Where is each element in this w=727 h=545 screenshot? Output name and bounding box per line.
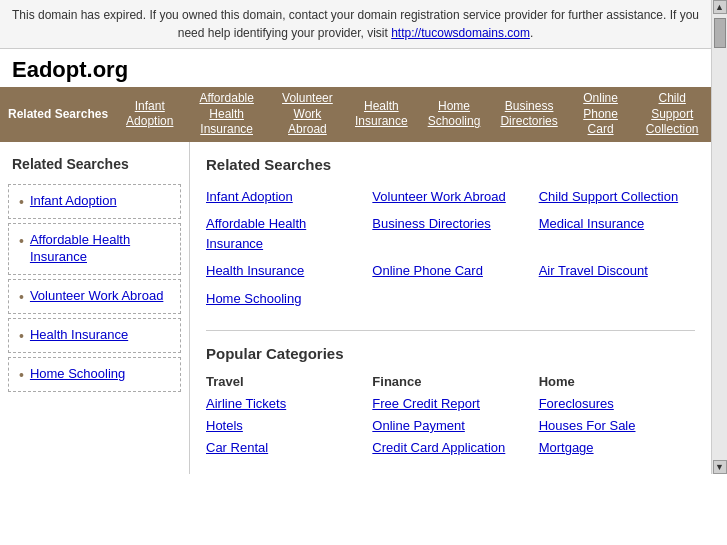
popular-link[interactable]: Foreclosures bbox=[539, 393, 695, 415]
list-item: Infant Adoption bbox=[206, 185, 362, 209]
nav-link[interactable]: Business Directories bbox=[490, 95, 567, 134]
related-search-link[interactable]: Child Support Collection bbox=[539, 185, 695, 209]
popular-categories-title: Popular Categories bbox=[206, 345, 695, 362]
list-item: Medical Insurance bbox=[539, 212, 695, 255]
list-item: Air Travel Discount bbox=[539, 259, 695, 283]
popular-col-title: Home bbox=[539, 374, 695, 389]
sidebar-link[interactable]: Health Insurance bbox=[30, 327, 128, 344]
nav-link[interactable]: Online Phone Card bbox=[568, 87, 634, 142]
notice-link[interactable]: http://tucowsdomains.com bbox=[391, 26, 530, 40]
sidebar-items: •Infant Adoption•Affordable Health Insur… bbox=[0, 184, 189, 392]
sidebar-link[interactable]: Affordable Health Insurance bbox=[30, 232, 170, 266]
related-searches-title: Related Searches bbox=[206, 156, 695, 173]
section-divider bbox=[206, 330, 695, 331]
nav-link[interactable]: Affordable Health Insurance bbox=[183, 87, 269, 142]
main-content: Related Searches •Infant Adoption•Afford… bbox=[0, 142, 711, 474]
popular-col-title: Finance bbox=[372, 374, 528, 389]
popular-link[interactable]: Free Credit Report bbox=[372, 393, 528, 415]
sidebar: Related Searches •Infant Adoption•Afford… bbox=[0, 142, 190, 474]
popular-category-column: FinanceFree Credit ReportOnline PaymentC… bbox=[372, 374, 528, 459]
popular-link[interactable]: Car Rental bbox=[206, 437, 362, 459]
list-item: Affordable Health Insurance bbox=[206, 212, 362, 255]
sidebar-link[interactable]: Infant Adoption bbox=[30, 193, 117, 210]
nav-link[interactable]: Infant Adoption bbox=[116, 95, 183, 134]
nav-link[interactable]: Volunteer Work Abroad bbox=[270, 87, 345, 142]
list-item: Health Insurance bbox=[206, 259, 362, 283]
list-item: •Health Insurance bbox=[8, 318, 181, 353]
right-content: Related Searches Infant AdoptionVoluntee… bbox=[190, 142, 711, 474]
sidebar-link[interactable]: Volunteer Work Abroad bbox=[30, 288, 163, 305]
bullet-icon: • bbox=[19, 367, 24, 383]
list-item: •Affordable Health Insurance bbox=[8, 223, 181, 275]
list-item: Volunteer Work Abroad bbox=[372, 185, 528, 209]
notice-bar: This domain has expired. If you owned th… bbox=[0, 0, 711, 49]
list-item: Business Directories bbox=[372, 212, 528, 255]
popular-link[interactable]: Hotels bbox=[206, 415, 362, 437]
popular-link[interactable]: Online Payment bbox=[372, 415, 528, 437]
related-search-link[interactable]: Air Travel Discount bbox=[539, 259, 695, 283]
bullet-icon: • bbox=[19, 194, 24, 210]
nav-link[interactable]: Child Support Collection bbox=[633, 87, 711, 142]
domain-title: Eadopt.org bbox=[0, 49, 711, 87]
scroll-down-button[interactable]: ▼ bbox=[713, 460, 727, 474]
bullet-icon: • bbox=[19, 328, 24, 344]
related-searches-grid: Infant AdoptionVolunteer Work AbroadChil… bbox=[206, 185, 695, 311]
sidebar-title: Related Searches bbox=[0, 152, 189, 180]
popular-category-column: HomeForeclosuresHouses For SaleMortgage bbox=[539, 374, 695, 459]
list-item: •Home Schooling bbox=[8, 357, 181, 392]
scrollbar[interactable]: ▲ ▼ bbox=[711, 0, 727, 474]
related-search-link[interactable]: Infant Adoption bbox=[206, 185, 362, 209]
list-item: Home Schooling bbox=[206, 287, 362, 311]
list-item bbox=[372, 287, 528, 311]
list-item bbox=[539, 287, 695, 311]
related-search-link[interactable]: Affordable Health Insurance bbox=[206, 212, 362, 255]
related-search-link[interactable]: Volunteer Work Abroad bbox=[372, 185, 528, 209]
nav-bar: Related Searches Infant AdoptionAffordab… bbox=[0, 87, 711, 142]
popular-link[interactable]: Mortgage bbox=[539, 437, 695, 459]
popular-link[interactable]: Credit Card Application bbox=[372, 437, 528, 459]
bullet-icon: • bbox=[19, 289, 24, 305]
list-item: •Infant Adoption bbox=[8, 184, 181, 219]
popular-link[interactable]: Airline Tickets bbox=[206, 393, 362, 415]
popular-link[interactable]: Houses For Sale bbox=[539, 415, 695, 437]
scroll-up-button[interactable]: ▲ bbox=[713, 0, 727, 14]
related-search-link[interactable]: Business Directories bbox=[372, 212, 528, 236]
related-search-link[interactable]: Health Insurance bbox=[206, 259, 362, 283]
bullet-icon: • bbox=[19, 233, 24, 249]
sidebar-link[interactable]: Home Schooling bbox=[30, 366, 125, 383]
related-search-link[interactable]: Medical Insurance bbox=[539, 212, 695, 236]
related-search-link[interactable]: Home Schooling bbox=[206, 287, 362, 311]
nav-links: Infant AdoptionAffordable Health Insuran… bbox=[116, 87, 711, 142]
notice-text: This domain has expired. If you owned th… bbox=[12, 8, 699, 40]
related-search-link[interactable]: Online Phone Card bbox=[372, 259, 528, 283]
popular-col-title: Travel bbox=[206, 374, 362, 389]
scroll-thumb[interactable] bbox=[714, 18, 726, 48]
list-item: Child Support Collection bbox=[539, 185, 695, 209]
nav-link[interactable]: Home Schooling bbox=[418, 95, 491, 134]
nav-link[interactable]: Health Insurance bbox=[345, 95, 418, 134]
list-item: Online Phone Card bbox=[372, 259, 528, 283]
nav-label: Related Searches bbox=[0, 87, 116, 142]
popular-category-column: TravelAirline TicketsHotelsCar Rental bbox=[206, 374, 362, 459]
list-item: •Volunteer Work Abroad bbox=[8, 279, 181, 314]
popular-categories-grid: TravelAirline TicketsHotelsCar RentalFin… bbox=[206, 374, 695, 459]
